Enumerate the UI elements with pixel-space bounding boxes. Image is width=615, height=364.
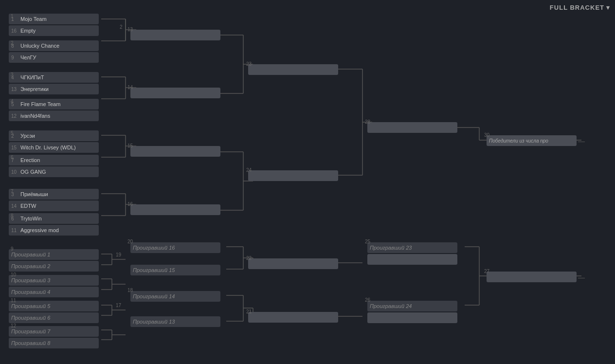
team-slot: 6 TrytoWin bbox=[9, 213, 99, 224]
team-name: EDTW bbox=[20, 203, 36, 209]
team-slot: 15 Witch Dr. Livsey (WDL) bbox=[9, 142, 99, 153]
team-name: ЧГКИПиТ bbox=[20, 74, 44, 80]
match-slot bbox=[130, 88, 220, 98]
lower-team-slot: Проигравший 13 bbox=[130, 316, 220, 327]
match-number: 22 bbox=[246, 255, 252, 261]
team-slot: 13 Энергетики bbox=[9, 84, 99, 94]
lower-match-slot bbox=[367, 254, 457, 265]
team-name: Проигравший 13 bbox=[133, 319, 175, 325]
team-slot: 2 Урсэи bbox=[9, 130, 99, 141]
lower-team-slot: Проигравший 4 bbox=[9, 287, 99, 297]
match-number: 26 bbox=[365, 297, 370, 303]
team-name: Erection bbox=[20, 157, 40, 163]
row-label: 11 bbox=[11, 298, 16, 303]
team-name: Проигравший 8 bbox=[11, 340, 50, 346]
team-name: Mojo Team bbox=[20, 16, 47, 22]
match-number: 27 bbox=[484, 269, 489, 274]
team-name: Урсэи bbox=[20, 133, 35, 139]
match-number: 16 bbox=[127, 201, 133, 207]
match-number: 30 bbox=[484, 132, 489, 138]
team-slot: 4 ЧГКИПиТ bbox=[9, 72, 99, 83]
match-number: 13 bbox=[127, 27, 133, 32]
row-label: 1 bbox=[11, 14, 14, 19]
match-number: 17 bbox=[116, 303, 121, 308]
arrow-icon: — bbox=[578, 137, 585, 145]
team-name: Fire Flame Team bbox=[20, 101, 60, 107]
team-slot: 8 Unlucky Chance bbox=[9, 40, 99, 51]
match-number: 21 bbox=[246, 309, 252, 314]
match-number: 24 bbox=[246, 167, 252, 173]
team-slot: 10 OG GANG bbox=[9, 166, 99, 177]
match-number: 20 bbox=[127, 239, 133, 244]
lower-team-slot: Проигравший 3 bbox=[9, 275, 99, 286]
match-slot bbox=[130, 204, 220, 215]
match-slot bbox=[130, 146, 220, 157]
lower-team-slot: Проигравший 2 bbox=[9, 261, 99, 272]
match-label: 2 bbox=[120, 24, 123, 30]
lower-team-slot: Проигравший 5 bbox=[9, 301, 99, 311]
page: FULL BRACKET ▾ bbox=[0, 0, 615, 364]
lower-match-slot bbox=[248, 312, 338, 323]
team-slot: 7 Erection bbox=[9, 155, 99, 165]
team-name: Empty bbox=[20, 28, 36, 34]
match-slot bbox=[248, 170, 338, 181]
team-slot: 1 Mojo Team bbox=[9, 14, 99, 24]
match-slot bbox=[248, 64, 338, 75]
match-number: 14 bbox=[127, 85, 133, 90]
team-name: Проигравший 6 bbox=[11, 315, 50, 321]
row-label: 2 bbox=[11, 40, 14, 46]
row-label: 9 bbox=[11, 246, 14, 252]
team-name: Приёмыши bbox=[20, 191, 48, 197]
row-label: 12 bbox=[11, 323, 16, 328]
team-name: Проигравший 1 bbox=[11, 252, 50, 257]
team-slot: 11 Aggressive mod bbox=[9, 225, 99, 236]
row-label: 7 bbox=[11, 189, 14, 194]
lower-team-slot: Проигравший 16 bbox=[130, 242, 220, 253]
chevron-down-icon: ▾ bbox=[606, 4, 610, 11]
match-slot bbox=[367, 122, 457, 133]
row-label: 6 bbox=[11, 155, 14, 160]
lower-match-slot bbox=[367, 312, 457, 323]
lower-team-slot: Проигравший 15 bbox=[130, 265, 220, 275]
team-name: ЧелГУ bbox=[20, 55, 36, 60]
team-name: Проигравший 4 bbox=[11, 289, 50, 295]
team-name: Unlucky Chance bbox=[20, 43, 59, 49]
team-slot: 16 Empty bbox=[9, 25, 99, 36]
match-number: 28 bbox=[365, 119, 370, 125]
row-label: 5 bbox=[11, 130, 14, 136]
lower-team-slot: Проигравший 14 bbox=[130, 291, 220, 302]
team-name: Проигравший 15 bbox=[133, 267, 175, 273]
team-name: OG GANG bbox=[20, 169, 46, 175]
team-name: Проигравший 16 bbox=[133, 245, 175, 251]
lower-team-slot: Проигравший 6 bbox=[9, 312, 99, 323]
match-number: 19 bbox=[116, 252, 121, 257]
lower-final-slot bbox=[487, 272, 577, 282]
team-slot: 14 EDTW bbox=[9, 200, 99, 211]
team-name: Проигравший 14 bbox=[133, 293, 175, 299]
lower-team-slot: Проигравший 7 bbox=[9, 326, 99, 337]
team-slot: 3 Приёмыши bbox=[9, 189, 99, 200]
bracket-area: 1 Mojo Team 16 Empty 2 8 Unlucky Chance … bbox=[5, 5, 598, 360]
team-name: Проигравший 2 bbox=[11, 263, 50, 269]
team-name: Проигравший 23 bbox=[370, 245, 412, 251]
final-label: Победители из числа про bbox=[489, 138, 548, 144]
lower-match-slot bbox=[248, 258, 338, 269]
row-label: 3 bbox=[11, 72, 14, 77]
final-slot: Победители из числа про bbox=[487, 135, 577, 146]
team-slot: 9 ЧелГУ bbox=[9, 52, 99, 63]
match-number: 23 bbox=[246, 61, 252, 67]
team-slot: 12 ivanNd4fans bbox=[9, 110, 99, 121]
team-name: ivanNd4fans bbox=[20, 113, 50, 119]
lower-team-slot: Проигравший 23 bbox=[367, 242, 457, 253]
team-slot: 5 Fire Flame Team bbox=[9, 99, 99, 109]
team-name: TrytoWin bbox=[20, 216, 42, 221]
match-slot bbox=[130, 30, 220, 40]
team-name: Проигравший 5 bbox=[11, 303, 50, 309]
match-number: 25 bbox=[365, 239, 370, 244]
lower-team-slot: Проигравший 8 bbox=[9, 338, 99, 348]
row-label: 4 bbox=[11, 99, 14, 104]
team-name: Aggressive mod bbox=[20, 227, 59, 233]
team-name: Witch Dr. Livsey (WDL) bbox=[20, 145, 76, 150]
team-name: Проигравший 24 bbox=[370, 303, 412, 309]
lower-team-slot: Проигравший 1 bbox=[9, 249, 99, 260]
